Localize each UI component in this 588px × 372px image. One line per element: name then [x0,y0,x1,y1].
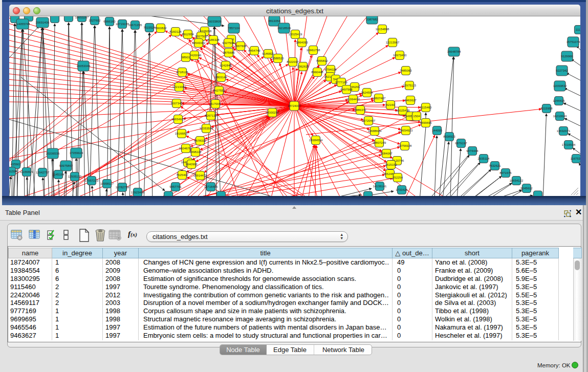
svg-text:1007343: 1007343 [170,102,183,105]
svg-text:1405574: 1405574 [16,23,29,26]
svg-text:144095: 144095 [432,129,443,132]
svg-text:6966160: 6966160 [103,20,116,23]
svg-text:9227342: 9227342 [556,69,568,72]
svg-text:2667608: 2667608 [234,45,247,48]
svg-text:1588520: 1588520 [272,57,284,60]
svg-text:1615152: 1615152 [385,163,397,166]
svg-text:18807249: 18807249 [373,141,386,144]
svg-text:62160: 62160 [386,103,395,106]
svg-text:1640993: 1640993 [185,163,198,166]
svg-text:9146821: 9146821 [262,52,274,55]
svg-text:8454749: 8454749 [248,49,260,52]
svg-text:2718126: 2718126 [176,71,188,74]
svg-text:10756928: 10756928 [398,144,412,147]
svg-text:19384554: 19384554 [309,139,323,142]
svg-text:90975867: 90975867 [59,164,73,167]
svg-text:6794028: 6794028 [324,68,337,71]
svg-text:9245612: 9245612 [520,187,533,190]
svg-text:1362615: 1362615 [297,65,309,68]
svg-text:13692971: 13692971 [557,129,571,133]
svg-text:8322037: 8322037 [287,60,299,63]
svg-text:9777169: 9777169 [335,81,347,84]
svg-text:16648784: 16648784 [447,50,461,53]
svg-text:16154808: 16154808 [376,28,389,31]
svg-text:10654122: 10654122 [510,179,524,182]
svg-text:11156829: 11156829 [20,170,33,173]
svg-text:19654923: 19654923 [171,118,185,121]
svg-text:2087682: 2087682 [366,18,378,21]
svg-text:1112: 1112 [576,28,580,31]
svg-text:2803144: 2803144 [215,76,227,79]
svg-text:19218506: 19218506 [277,27,291,30]
svg-text:9129966: 9129966 [561,55,573,58]
svg-text:252254: 252254 [393,176,403,179]
svg-text:7485063: 7485063 [400,69,412,72]
svg-text:8215958: 8215958 [540,107,553,110]
svg-text:1864093: 1864093 [296,41,308,44]
svg-text:16046788: 16046788 [179,147,193,150]
svg-text:7857224: 7857224 [228,27,240,30]
svg-text:10973493: 10973493 [393,54,407,57]
svg-text:10807487: 10807487 [372,97,386,100]
svg-text:16914479: 16914479 [193,174,207,177]
svg-text:98901: 98901 [182,56,190,59]
svg-text:20053346: 20053346 [77,64,91,68]
svg-text:9474444: 9474444 [466,149,478,152]
svg-text:16543382: 16543382 [192,41,206,45]
svg-text:9457791: 9457791 [169,185,182,188]
svg-text:8427552: 8427552 [213,89,225,92]
svg-text:21364436: 21364436 [346,98,360,101]
svg-text:1244415: 1244415 [553,99,565,102]
svg-text:10958117: 10958117 [100,182,114,185]
svg-text:435901: 435901 [11,163,21,166]
svg-text:9242845: 9242845 [220,64,232,67]
svg-text:3624554: 3624554 [361,91,373,94]
svg-text:1733426: 1733426 [396,188,408,191]
svg-text:15716485: 15716485 [204,185,218,188]
svg-text:6879197: 6879197 [455,142,467,145]
svg-text:1527602: 1527602 [89,19,101,22]
svg-text:17359924: 17359924 [70,151,83,155]
svg-text:8471676: 8471676 [499,171,512,174]
svg-text:8186328: 8186328 [207,38,220,41]
svg-text:8678332: 8678332 [194,139,206,142]
svg-text:8990448: 8990448 [311,71,323,74]
svg-text:12942757: 12942757 [36,171,50,174]
svg-text:8912954: 8912954 [182,33,194,36]
svg-text:39159: 39159 [9,170,16,173]
svg-text:8267130: 8267130 [205,114,217,117]
svg-text:19654923: 19654923 [399,129,413,132]
svg-text:10688609: 10688609 [368,129,382,133]
svg-text:20206536: 20206536 [46,152,60,155]
svg-text:7886372: 7886372 [354,108,366,112]
svg-text:20691406: 20691406 [36,21,50,24]
svg-text:7663822: 7663822 [155,27,167,30]
svg-text:7955812: 7955812 [316,59,328,62]
svg-text:8160124: 8160124 [169,30,182,33]
svg-text:14136141: 14136141 [373,185,387,188]
svg-text:7632621: 7632621 [489,164,501,167]
svg-text:12353594: 12353594 [200,127,213,130]
svg-text:10653267: 10653267 [75,16,89,19]
svg-text:417006: 417006 [210,102,221,105]
svg-text:1145194: 1145194 [53,173,65,176]
svg-text:3875685: 3875685 [223,51,235,54]
svg-text:17016504: 17016504 [562,143,576,146]
svg-text:15720407: 15720407 [362,119,376,122]
svg-text:12213382: 12213382 [172,85,186,89]
svg-text:10961758: 10961758 [307,49,320,52]
svg-text:7625402: 7625402 [176,173,188,177]
svg-text:12975115: 12975115 [403,84,417,87]
svg-text:2935114: 2935114 [478,157,490,160]
svg-text:1504: 1504 [413,115,420,118]
svg-text:8813054: 8813054 [268,19,280,23]
svg-text:12923466: 12923466 [131,191,145,194]
svg-text:18724007: 18724007 [288,104,301,107]
svg-text:12213967: 12213967 [386,41,400,44]
svg-text:1167533: 1167533 [571,157,580,160]
svg-text:9327503: 9327503 [195,35,207,38]
svg-text:17957223: 17957223 [85,179,99,182]
svg-text:8938923: 8938923 [443,135,455,138]
svg-text:10719155: 10719155 [116,23,129,26]
svg-text:13325419: 13325419 [289,33,302,36]
